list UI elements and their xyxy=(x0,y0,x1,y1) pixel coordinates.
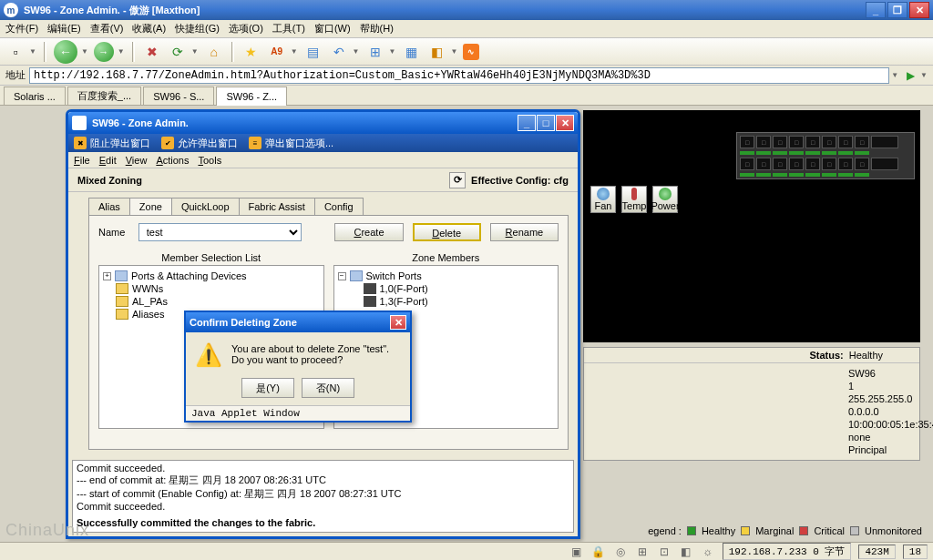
undo-button[interactable]: ↶ xyxy=(329,42,349,62)
popup-blocker-bar: ✖阻止弹出窗口 ✔允许弹出窗口 ≡弹出窗口选项... xyxy=(68,134,578,152)
confirm-dialog: Confirm Deleting Zone ✕ ⚠️ You are about… xyxy=(184,311,412,423)
status-pct: 18 xyxy=(903,545,928,559)
browser-tab[interactable]: SW96 - S... xyxy=(143,87,214,105)
zone-tabs: Alias Zone QuickLoop Fabric Assist Confi… xyxy=(88,198,569,215)
inner-close-button[interactable]: ✕ xyxy=(556,115,574,131)
info-line: none xyxy=(848,431,919,443)
address-bar: 地址 ▼ ▶ ▼ xyxy=(0,66,933,86)
power-button[interactable]: Power xyxy=(652,186,678,213)
status-icon[interactable]: ☼ xyxy=(701,545,715,559)
status-icon[interactable]: ⊡ xyxy=(657,545,672,559)
panel-button[interactable]: ▦ xyxy=(401,42,421,62)
status-mem: 423M xyxy=(858,545,895,559)
tab-fabric-assist[interactable]: Fabric Assist xyxy=(239,198,315,215)
menu-view[interactable]: 查看(V) xyxy=(90,22,124,36)
popup-options-item[interactable]: ≡弹出窗口选项... xyxy=(249,137,333,150)
stop-button[interactable]: ✖ xyxy=(142,42,162,62)
refresh-icon[interactable]: ⟳ xyxy=(449,172,466,188)
status-value: Healthy xyxy=(849,350,883,361)
tab-quickloop[interactable]: QuickLoop xyxy=(171,198,240,215)
menu-options[interactable]: 选项(O) xyxy=(229,22,263,36)
create-button[interactable]: Create xyxy=(334,223,403,241)
browser-menubar: 文件(F) 编辑(E) 查看(V) 收藏(A) 快捷组(G) 选项(O) 工具(… xyxy=(0,20,933,38)
effective-config-label: Effective Config: cfg xyxy=(471,175,569,186)
resource-button[interactable]: ▤ xyxy=(303,42,323,62)
menu-groups[interactable]: 快捷组(G) xyxy=(175,22,220,36)
inner-minimize-button[interactable]: _ xyxy=(518,115,536,131)
inner-menu-tools[interactable]: Tools xyxy=(198,155,221,166)
minimize-button[interactable]: _ xyxy=(866,2,886,18)
legend: egend : Healthy Marginal Critical Unmoni… xyxy=(648,525,922,536)
browser-tab[interactable]: 百度搜索_... xyxy=(67,87,141,105)
forward-button[interactable]: → xyxy=(94,42,114,62)
popup-block-item[interactable]: ✖阻止弹出窗口 xyxy=(74,137,150,150)
dialog-yes-button[interactable]: 是(Y) xyxy=(241,378,294,398)
popup-block-icon: ✖ xyxy=(74,137,87,149)
status-icon[interactable]: ◎ xyxy=(613,545,628,559)
folder-icon xyxy=(116,296,128,307)
browser-title: SW96 - Zone Admin. - 傲游 [Maxthon] xyxy=(24,4,866,17)
close-button[interactable]: ✕ xyxy=(909,2,929,18)
device-icon xyxy=(115,270,128,281)
status-ip: 192.168.7.233 0 字节 xyxy=(723,543,852,560)
tab-alias[interactable]: Alias xyxy=(88,198,130,215)
status-label: Status: xyxy=(809,350,843,361)
go-button[interactable]: ▶ xyxy=(902,67,918,84)
member-selection-header: Member Selection List xyxy=(98,252,324,263)
log-area[interactable]: Commit succeeded. --- end of commit at: … xyxy=(72,460,574,533)
adhunter-button[interactable]: A9 xyxy=(267,42,287,62)
inner-titlebar: SW96 - Zone Admin. _ □ ✕ xyxy=(68,112,578,134)
util-button[interactable]: ◧ xyxy=(426,42,446,62)
rss-button[interactable]: ∿ xyxy=(463,44,479,60)
fan-button[interactable]: Fan xyxy=(590,186,616,213)
restore-button[interactable]: ❐ xyxy=(887,2,907,18)
temp-button[interactable]: Temp xyxy=(621,186,647,213)
log-line: --- end of commit at: 星期三 四月 18 2007 08:… xyxy=(77,473,569,487)
dialog-close-button[interactable]: ✕ xyxy=(390,315,406,330)
dialog-no-button[interactable]: 否(N) xyxy=(302,378,354,398)
browser-tab[interactable]: Solaris ... xyxy=(4,87,66,105)
menu-help[interactable]: 帮助(H) xyxy=(360,22,394,36)
status-icon[interactable]: ⊞ xyxy=(635,545,650,559)
info-line: Principal xyxy=(848,443,919,456)
status-icon[interactable]: ◧ xyxy=(679,545,693,559)
menu-file[interactable]: 文件(F) xyxy=(5,22,38,36)
folder-icon xyxy=(116,309,128,320)
inner-maximize-button[interactable]: □ xyxy=(537,115,555,131)
watermark: ChinaUnix xyxy=(5,521,89,540)
rename-button[interactable]: Rename xyxy=(490,223,559,241)
browser-tab-active[interactable]: SW96 - Z... xyxy=(216,87,287,106)
browser-tabstrip: Solaris ... 百度搜索_... SW96 - S... SW96 - … xyxy=(0,86,933,106)
url-dropdown-icon[interactable]: ▼ xyxy=(891,71,898,79)
info-line: 0.0.0.0 xyxy=(848,405,919,418)
inner-menu-file[interactable]: File xyxy=(74,155,90,166)
menu-edit[interactable]: 编辑(E) xyxy=(47,22,81,36)
delete-button[interactable]: Delete xyxy=(413,223,481,241)
maxthon-logo-icon: m xyxy=(4,3,18,17)
home-button[interactable]: ⌂ xyxy=(204,42,224,62)
popup-allow-item[interactable]: ✔允许弹出窗口 xyxy=(161,137,238,150)
status-icon[interactable]: ▣ xyxy=(569,545,584,559)
log-line: --- start of commit (Enable Config) at: … xyxy=(77,487,569,501)
back-button[interactable]: ← xyxy=(54,40,77,64)
refresh-button[interactable]: ⟳ xyxy=(168,42,188,62)
inner-menu-edit[interactable]: Edit xyxy=(99,155,117,166)
browser-statusbar: ▣ 🔒 ◎ ⊞ ⊡ ◧ ☼ 192.168.7.233 0 字节 423M 18 xyxy=(0,542,933,560)
inner-menu-view[interactable]: View xyxy=(126,155,148,166)
tab-config[interactable]: Config xyxy=(314,198,364,215)
menu-window[interactable]: 窗口(W) xyxy=(314,22,351,36)
log-summary: Successfully committed the changes to th… xyxy=(77,517,569,528)
browser-titlebar: m SW96 - Zone Admin. - 傲游 [Maxthon] _ ❐ … xyxy=(0,0,933,20)
status-icon[interactable]: 🔒 xyxy=(591,545,606,559)
browser-toolbar: ▫▼ ←▼ →▼ ✖ ⟳▼ ⌂ ★ A9▼ ▤ ↶▼ ⊞▼ ▦ ◧▼ ∿ xyxy=(0,38,933,66)
url-input[interactable] xyxy=(29,67,889,84)
tab-zone[interactable]: Zone xyxy=(129,198,172,215)
inner-menu-actions[interactable]: Actions xyxy=(156,155,189,166)
new-tab-button[interactable]: ▫ xyxy=(5,42,26,62)
zone-name-select[interactable]: test xyxy=(138,223,302,241)
menu-tools[interactable]: 工具(T) xyxy=(272,22,305,36)
menu-favorites[interactable]: 收藏(A) xyxy=(132,22,166,36)
favorites-button[interactable]: ★ xyxy=(241,42,261,62)
popup-options-icon: ≡ xyxy=(249,137,261,149)
popup-button[interactable]: ⊞ xyxy=(365,42,385,62)
